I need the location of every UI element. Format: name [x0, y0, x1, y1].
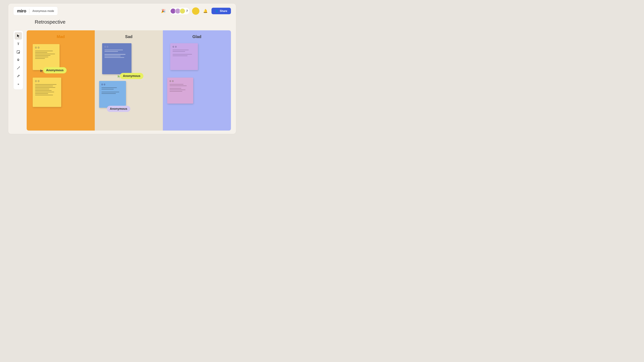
- svg-line-2: [17, 67, 20, 69]
- bell-button[interactable]: 🔔: [202, 7, 209, 15]
- share-button[interactable]: 👤 Share: [212, 8, 231, 14]
- sticky-sad-2[interactable]: [99, 81, 126, 108]
- party-button[interactable]: 🎉: [160, 7, 167, 15]
- column-mad: Mad: [27, 30, 95, 131]
- column-sad: Sad: [95, 30, 163, 131]
- column-glad: Glad: [163, 30, 231, 131]
- sticky-content-5: [172, 50, 196, 56]
- column-mad-header: Mad: [29, 33, 92, 40]
- sticky-glad-2[interactable]: [167, 78, 193, 104]
- header-right: 🎉 7 🔔 👤 Share: [160, 7, 231, 15]
- toolbar-more[interactable]: »: [14, 80, 22, 88]
- toolbar-select[interactable]: [14, 32, 22, 39]
- toolbar-sticky[interactable]: [14, 48, 22, 56]
- sticky-icon-3: [104, 45, 129, 48]
- sticky-icon-2: [35, 80, 59, 83]
- share-label: Share: [220, 9, 227, 12]
- toolbar-pen[interactable]: [14, 72, 22, 80]
- sticky-content-1: [35, 51, 57, 59]
- sticky-mad-1[interactable]: [33, 44, 60, 70]
- cursor-label-3: Anonymous: [107, 106, 130, 112]
- header: miro Anonymous mode 🎉 7 🔔 👤 Share: [8, 3, 236, 18]
- sticky-content-6: [170, 84, 191, 92]
- sticky-mad-2[interactable]: [33, 78, 61, 107]
- page-title: Retrospective: [35, 19, 236, 25]
- sticky-content-2: [35, 84, 59, 95]
- toolbar: T: [13, 30, 23, 90]
- sticky-icon-1: [35, 46, 57, 49]
- toolbar-shapes[interactable]: [14, 56, 22, 64]
- mad-notes-area: Anonymous: [29, 42, 92, 128]
- app-container: miro Anonymous mode 🎉 7 🔔 👤 Share Retros…: [8, 3, 236, 134]
- column-glad-header: Glad: [166, 33, 228, 40]
- sticky-content-4: [102, 87, 124, 94]
- user-avatar[interactable]: [192, 7, 200, 15]
- toolbar-line[interactable]: [14, 64, 22, 72]
- miro-logo: miro: [17, 8, 26, 13]
- column-sad-header: Sad: [98, 33, 160, 40]
- board: Mad: [27, 30, 231, 131]
- header-logo-area: miro Anonymous mode: [13, 6, 58, 15]
- collaborator-count: 7: [186, 9, 188, 12]
- sticky-content-3: [104, 50, 129, 58]
- share-icon: 👤: [215, 9, 218, 12]
- svg-line-4: [18, 75, 19, 76]
- cursor-label-1: Anonymous: [43, 67, 66, 73]
- collaborators-pill[interactable]: 7: [170, 7, 190, 15]
- toolbar-text[interactable]: T: [14, 40, 22, 48]
- glad-notes-area: [166, 42, 228, 128]
- sad-notes-area: Anonymous Anonym: [98, 42, 160, 128]
- sticky-icon-6: [170, 80, 191, 83]
- cursor-label-2: Anonymous: [120, 73, 144, 79]
- sticky-glad-1[interactable]: [170, 43, 198, 70]
- sticky-sad-1[interactable]: [102, 43, 132, 74]
- more-icon: »: [18, 83, 19, 86]
- anonymous-mode-label: Anonymous mode: [32, 9, 54, 12]
- sticky-icon-5: [172, 45, 196, 48]
- avatar-3: [180, 8, 185, 14]
- svg-point-3: [19, 66, 20, 67]
- text-icon: T: [17, 42, 19, 46]
- sticky-icon-4: [102, 83, 124, 86]
